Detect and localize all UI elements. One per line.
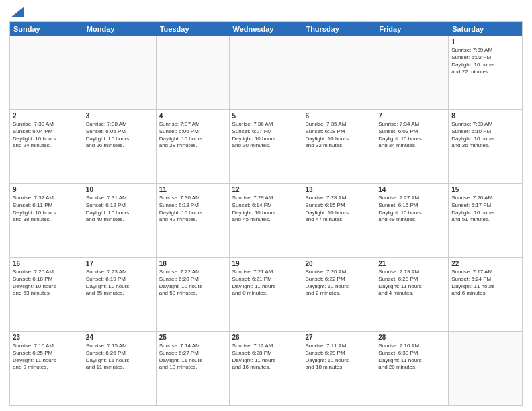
day-number: 18 bbox=[159, 260, 226, 267]
page: SundayMondayTuesdayWednesdayThursdayFrid… bbox=[0, 0, 532, 411]
day-cell-20: 20Sunrise: 7:20 AMSunset: 6:22 PMDayligh… bbox=[302, 258, 375, 331]
day-number: 15 bbox=[451, 186, 519, 193]
day-info: Sunrise: 7:37 AMSunset: 6:06 PMDaylight:… bbox=[159, 121, 226, 150]
day-info: Sunrise: 7:36 AMSunset: 6:07 PMDaylight:… bbox=[232, 121, 300, 150]
day-info: Sunrise: 7:39 AMSunset: 6:04 PMDaylight:… bbox=[13, 121, 80, 150]
day-number: 28 bbox=[378, 334, 445, 341]
day-info: Sunrise: 7:20 AMSunset: 6:22 PMDaylight:… bbox=[305, 269, 372, 298]
day-number: 2 bbox=[13, 112, 80, 120]
day-cell-8: 8Sunrise: 7:33 AMSunset: 6:10 PMDaylight… bbox=[449, 110, 522, 183]
day-info: Sunrise: 7:21 AMSunset: 6:21 PMDaylight:… bbox=[232, 269, 300, 298]
day-info: Sunrise: 7:30 AMSunset: 6:13 PMDaylight:… bbox=[159, 195, 226, 224]
day-cell-9: 9Sunrise: 7:32 AMSunset: 6:11 PMDaylight… bbox=[10, 184, 83, 257]
weekday-header-sunday: Sunday bbox=[10, 22, 83, 36]
calendar-header: SundayMondayTuesdayWednesdayThursdayFrid… bbox=[10, 22, 522, 36]
empty-cell bbox=[302, 36, 375, 109]
day-info: Sunrise: 7:34 AMSunset: 6:09 PMDaylight:… bbox=[378, 121, 445, 150]
weekday-header-monday: Monday bbox=[83, 22, 157, 36]
day-number: 5 bbox=[232, 112, 300, 120]
day-number: 21 bbox=[378, 260, 445, 267]
weekday-header-friday: Friday bbox=[375, 22, 449, 36]
day-info: Sunrise: 7:14 AMSunset: 6:27 PMDaylight:… bbox=[159, 342, 226, 371]
day-number: 19 bbox=[232, 260, 300, 267]
day-number: 27 bbox=[305, 334, 372, 341]
day-cell-4: 4Sunrise: 7:37 AMSunset: 6:06 PMDaylight… bbox=[157, 110, 230, 183]
day-info: Sunrise: 7:31 AMSunset: 6:12 PMDaylight:… bbox=[86, 195, 153, 224]
weekday-header-saturday: Saturday bbox=[449, 22, 522, 36]
day-number: 13 bbox=[305, 186, 372, 193]
day-info: Sunrise: 7:23 AMSunset: 6:19 PMDaylight:… bbox=[86, 269, 153, 298]
day-info: Sunrise: 7:28 AMSunset: 6:15 PMDaylight:… bbox=[305, 195, 372, 224]
day-number: 17 bbox=[86, 260, 153, 267]
day-number: 14 bbox=[378, 186, 445, 193]
day-number: 16 bbox=[13, 260, 80, 267]
day-cell-10: 10Sunrise: 7:31 AMSunset: 6:12 PMDayligh… bbox=[83, 184, 157, 257]
day-info: Sunrise: 7:35 AMSunset: 6:08 PMDaylight:… bbox=[305, 121, 372, 150]
day-info: Sunrise: 7:29 AMSunset: 6:14 PMDaylight:… bbox=[232, 195, 300, 224]
day-number: 12 bbox=[232, 186, 300, 193]
day-cell-27: 27Sunrise: 7:11 AMSunset: 6:29 PMDayligh… bbox=[302, 332, 375, 405]
empty-cell bbox=[230, 36, 303, 109]
day-number: 22 bbox=[451, 260, 519, 267]
day-cell-1: 1Sunrise: 7:39 AMSunset: 6:02 PMDaylight… bbox=[449, 36, 522, 109]
day-cell-6: 6Sunrise: 7:35 AMSunset: 6:08 PMDaylight… bbox=[302, 110, 375, 183]
day-cell-12: 12Sunrise: 7:29 AMSunset: 6:14 PMDayligh… bbox=[230, 184, 303, 257]
svg-marker-0 bbox=[11, 7, 24, 17]
calendar-week-4: 16Sunrise: 7:25 AMSunset: 6:18 PMDayligh… bbox=[10, 257, 522, 331]
day-info: Sunrise: 7:17 AMSunset: 6:24 PMDaylight:… bbox=[451, 269, 519, 298]
empty-cell bbox=[83, 36, 157, 109]
day-cell-18: 18Sunrise: 7:22 AMSunset: 6:20 PMDayligh… bbox=[157, 258, 230, 331]
calendar-week-2: 2Sunrise: 7:39 AMSunset: 6:04 PMDaylight… bbox=[10, 109, 522, 183]
day-cell-26: 26Sunrise: 7:12 AMSunset: 6:28 PMDayligh… bbox=[230, 332, 303, 405]
day-cell-24: 24Sunrise: 7:15 AMSunset: 6:26 PMDayligh… bbox=[83, 332, 157, 405]
day-number: 1 bbox=[451, 38, 519, 46]
day-number: 9 bbox=[13, 186, 80, 193]
day-info: Sunrise: 7:39 AMSunset: 6:02 PMDaylight:… bbox=[451, 47, 519, 76]
day-number: 6 bbox=[305, 112, 372, 120]
day-cell-28: 28Sunrise: 7:10 AMSunset: 6:30 PMDayligh… bbox=[375, 332, 449, 405]
day-number: 8 bbox=[451, 112, 519, 120]
day-cell-21: 21Sunrise: 7:19 AMSunset: 6:23 PMDayligh… bbox=[375, 258, 449, 331]
day-info: Sunrise: 7:27 AMSunset: 6:16 PMDaylight:… bbox=[378, 195, 445, 224]
calendar-week-3: 9Sunrise: 7:32 AMSunset: 6:11 PMDaylight… bbox=[10, 183, 522, 257]
day-number: 3 bbox=[86, 112, 153, 120]
day-info: Sunrise: 7:33 AMSunset: 6:10 PMDaylight:… bbox=[451, 121, 519, 150]
day-cell-13: 13Sunrise: 7:28 AMSunset: 6:15 PMDayligh… bbox=[302, 184, 375, 257]
day-cell-2: 2Sunrise: 7:39 AMSunset: 6:04 PMDaylight… bbox=[10, 110, 83, 183]
day-cell-3: 3Sunrise: 7:38 AMSunset: 6:05 PMDaylight… bbox=[83, 110, 157, 183]
day-info: Sunrise: 7:38 AMSunset: 6:05 PMDaylight:… bbox=[86, 121, 153, 150]
day-info: Sunrise: 7:26 AMSunset: 6:17 PMDaylight:… bbox=[451, 195, 519, 224]
day-info: Sunrise: 7:22 AMSunset: 6:20 PMDaylight:… bbox=[159, 269, 226, 298]
calendar-body: 1Sunrise: 7:39 AMSunset: 6:02 PMDaylight… bbox=[10, 36, 522, 405]
weekday-header-thursday: Thursday bbox=[302, 22, 375, 36]
weekday-header-wednesday: Wednesday bbox=[230, 22, 303, 36]
day-cell-17: 17Sunrise: 7:23 AMSunset: 6:19 PMDayligh… bbox=[83, 258, 157, 331]
calendar: SundayMondayTuesdayWednesdayThursdayFrid… bbox=[9, 21, 523, 406]
day-number: 24 bbox=[86, 334, 153, 341]
day-number: 11 bbox=[159, 186, 226, 193]
day-number: 26 bbox=[232, 334, 300, 341]
day-cell-5: 5Sunrise: 7:36 AMSunset: 6:07 PMDaylight… bbox=[230, 110, 303, 183]
logo bbox=[9, 7, 24, 17]
day-cell-7: 7Sunrise: 7:34 AMSunset: 6:09 PMDaylight… bbox=[375, 110, 449, 183]
day-cell-15: 15Sunrise: 7:26 AMSunset: 6:17 PMDayligh… bbox=[449, 184, 522, 257]
calendar-week-5: 23Sunrise: 7:16 AMSunset: 6:25 PMDayligh… bbox=[10, 331, 522, 405]
logo-icon bbox=[11, 7, 24, 17]
day-cell-22: 22Sunrise: 7:17 AMSunset: 6:24 PMDayligh… bbox=[449, 258, 522, 331]
day-info: Sunrise: 7:10 AMSunset: 6:30 PMDaylight:… bbox=[378, 342, 445, 371]
day-info: Sunrise: 7:32 AMSunset: 6:11 PMDaylight:… bbox=[13, 195, 80, 224]
header bbox=[9, 7, 523, 17]
day-info: Sunrise: 7:16 AMSunset: 6:25 PMDaylight:… bbox=[13, 342, 80, 371]
day-number: 20 bbox=[305, 260, 372, 267]
day-cell-19: 19Sunrise: 7:21 AMSunset: 6:21 PMDayligh… bbox=[230, 258, 303, 331]
day-info: Sunrise: 7:15 AMSunset: 6:26 PMDaylight:… bbox=[86, 342, 153, 371]
empty-cell bbox=[157, 36, 230, 109]
day-number: 7 bbox=[378, 112, 445, 120]
day-cell-16: 16Sunrise: 7:25 AMSunset: 6:18 PMDayligh… bbox=[10, 258, 83, 331]
empty-cell bbox=[375, 36, 449, 109]
day-number: 4 bbox=[159, 112, 226, 120]
day-cell-23: 23Sunrise: 7:16 AMSunset: 6:25 PMDayligh… bbox=[10, 332, 83, 405]
day-number: 23 bbox=[13, 334, 80, 341]
day-number: 25 bbox=[159, 334, 226, 341]
day-cell-14: 14Sunrise: 7:27 AMSunset: 6:16 PMDayligh… bbox=[375, 184, 449, 257]
